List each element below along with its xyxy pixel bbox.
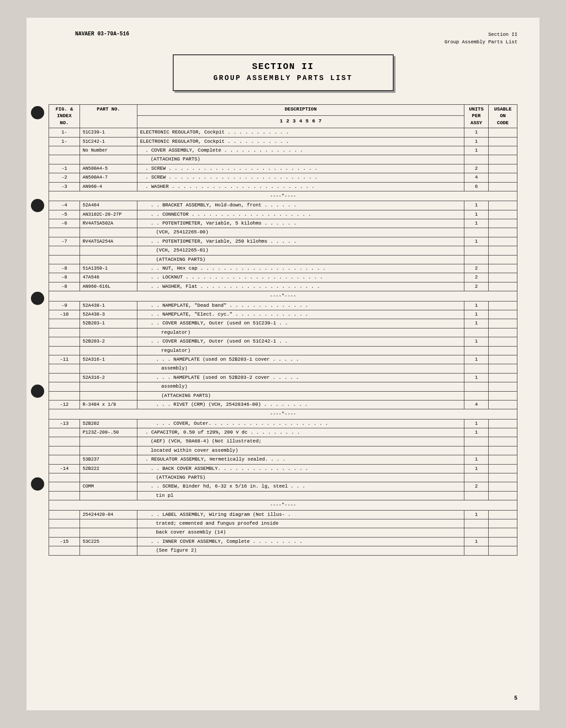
table-row: -9 52A438-1 . . NAMEPLATE, "Dead band" .…: [49, 301, 517, 310]
col-header-desc: DESCRIPTION: [137, 105, 464, 116]
table-row: -6 RV4ATSA502A . . POTENTIOMETER, Variab…: [49, 219, 517, 228]
table-row: 52B203-2 . . COVER ASSEMBLY, Outer (used…: [49, 337, 517, 346]
table-row: (ATTACHING PARTS): [49, 155, 517, 164]
table-row: -1 AN500A4-5 . SCREW . . . . . . . . . .…: [49, 164, 517, 173]
col-header-usable: USABLEONCODE: [489, 105, 517, 128]
col-header-fig: FIG. &INDEXNO.: [49, 105, 80, 128]
decorative-circles: [31, 18, 44, 710]
table-row: 53B237 . REGULATOR ASSEMBLY, Hermeticall…: [49, 455, 517, 464]
circle-4: [31, 385, 44, 398]
table-row: assembly): [49, 364, 517, 373]
table-row: back cover assembly (14): [49, 528, 517, 537]
section-title-line2: GROUP ASSEMBLY PARTS LIST: [200, 74, 366, 82]
circle-2: [31, 199, 44, 212]
col-header-part: PART NO.: [80, 105, 137, 128]
table-row: P123Z-200-.50 . CAPACITOR, 0.50 uf ±20%,…: [49, 428, 517, 437]
table-row: ----*----: [49, 500, 517, 510]
table-row: tin pl: [49, 491, 517, 500]
table-row: regulator): [49, 346, 517, 355]
table-row: -12 R-3484 x 1/8 . . . RIVET (CRM) (VCH,…: [49, 400, 517, 409]
table-row: -4 52A464 . . BRACKET ASSEMBLY, Hold-dow…: [49, 201, 517, 210]
parts-table: FIG. &INDEXNO. PART NO. DESCRIPTION UNIT…: [49, 104, 517, 556]
table-row: COMM . . SCREW, Binder hd, 6-32 x 5/16 i…: [49, 482, 517, 491]
table-row: 25424420-04 . . LABEL ASSEMBLY, Wiring d…: [49, 510, 517, 519]
table-row: -2 AN500A4-7 . SCREW . . . . . . . . . .…: [49, 173, 517, 182]
table-row: ----*----: [49, 191, 517, 201]
table-row: -10 52A438-3 . . NAMEPLATE, "Elect. cyc.…: [49, 310, 517, 319]
table-row: -7 RV4ATSA254A . . POTENTIOMETER, Variab…: [49, 237, 517, 246]
table-row: (ATTACHING PARTS): [49, 391, 517, 400]
table-row: -13 52B202 . . . COVER, Outer. . . . . .…: [49, 419, 517, 428]
table-row: -15 53C225 . . INNER COVER ASSEMBLY, Com…: [49, 537, 517, 546]
circle-1: [31, 106, 44, 119]
table-row: -5 AN3102C-20-27P . . CONNECTOR . . . . …: [49, 210, 517, 219]
section-title-box: SECTION II GROUP ASSEMBLY PARTS LIST: [173, 54, 394, 91]
circle-3: [31, 292, 44, 305]
table-row: -11 52A316-1 . . . NAMEPLATE (used on 52…: [49, 355, 517, 364]
doc-number: NAVAER 03-70A-516: [49, 31, 129, 37]
table-row: located within cover assembly): [49, 446, 517, 455]
table-row: -14 52B222 . . BACK COVER ASSEMBLY. . . …: [49, 464, 517, 473]
section-info: Section II Group Assembly Parts List: [444, 31, 517, 46]
table-row: trated; cemented and fungus proofed insi…: [49, 519, 517, 528]
col-header-desc-sub: 1234567: [137, 116, 464, 128]
page-number: 5: [514, 695, 517, 701]
table-row: -8 51A1350-1 . . NUT, Hex cap . . . . . …: [49, 264, 517, 273]
table-row: 52B203-1 . . COVER ASSEMBLY, Outer (used…: [49, 319, 517, 328]
table-row: (ATTACHING PARTS): [49, 255, 517, 264]
table-row: No Number . COVER ASSEMBLY, Complete . .…: [49, 146, 517, 155]
table-row: assembly): [49, 382, 517, 391]
table-row: regulator): [49, 328, 517, 337]
table-row: ----*----: [49, 291, 517, 301]
table-row: (See figure 2): [49, 546, 517, 555]
table-row: -8 AN960-616L . . WASHER, Flat . . . . .…: [49, 282, 517, 291]
table-row: (AEF) (VCH, 50A68-4) (Not illustrated;: [49, 437, 517, 446]
page-header: NAVAER 03-70A-516 Section II Group Assem…: [49, 31, 517, 46]
table-row: -8 47A546 . . LOCKNUT . . . . . . . . . …: [49, 273, 517, 282]
table-row: (VCH, 25412265-00): [49, 228, 517, 237]
table-row: (VCH, 25412265-01): [49, 246, 517, 255]
table-row: -3 AN960-4 . WASHER . . . . . . . . . . …: [49, 182, 517, 191]
col-header-units: UNITSPERASSY: [464, 105, 489, 128]
section-title-line1: SECTION II: [200, 61, 366, 72]
table-row: (ATTACHING PARTS): [49, 473, 517, 482]
table-row: 1- 51C242-1 ELECTRONIC REGULATOR, Cockpi…: [49, 137, 517, 146]
table-row: 52A316-2 . . . NAMEPLATE (used on 52B203…: [49, 373, 517, 382]
table-row: ----*----: [49, 409, 517, 419]
table-row: 1- 51C239-1 ELECTRONIC REGULATOR, Cockpi…: [49, 128, 517, 137]
circle-5: [31, 477, 44, 491]
